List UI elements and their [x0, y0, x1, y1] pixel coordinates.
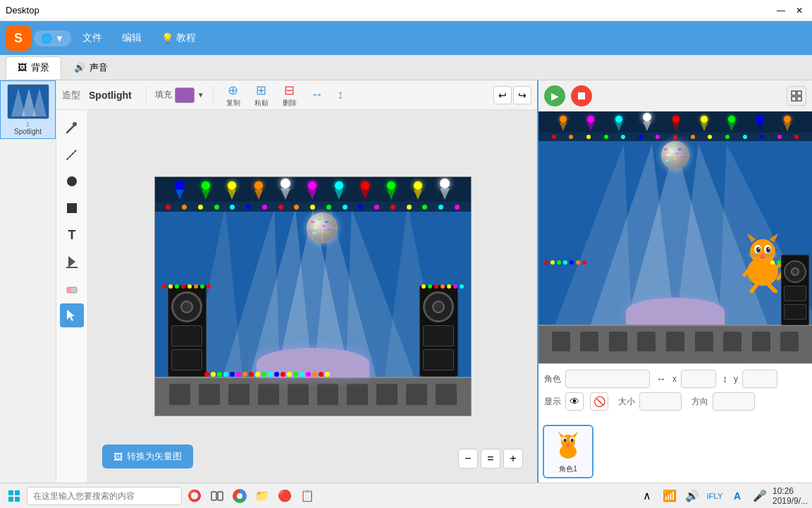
taskbar-cortana[interactable]: ⭕: [185, 486, 204, 506]
dir-input[interactable]: [713, 392, 755, 411]
minimize-button[interactable]: —: [774, 4, 788, 18]
select-tool[interactable]: [60, 303, 84, 327]
window-controls: — ✕: [774, 4, 806, 18]
convert-icon: 🖼: [113, 452, 123, 462]
flip-h-action[interactable]: ↔: [307, 86, 328, 104]
close-button[interactable]: ✕: [792, 4, 806, 18]
main-canvas[interactable]: 🖼 转换为矢量图 − = +: [88, 110, 537, 483]
svg-rect-89: [211, 492, 216, 500]
svg-rect-48: [675, 152, 679, 155]
lightbulb-icon: 💡: [161, 32, 173, 44]
svg-marker-79: [572, 432, 578, 437]
file-menu[interactable]: 文件: [74, 28, 111, 49]
taskbar-speaker[interactable]: 🔊: [682, 486, 702, 506]
svg-rect-88: [15, 497, 20, 502]
stage-expand-button[interactable]: [787, 86, 806, 106]
stop-button[interactable]: [571, 85, 592, 107]
tab-backdrop[interactable]: 🖼 背景: [6, 56, 61, 79]
svg-point-84: [567, 444, 570, 446]
ime-icon: iFLY: [707, 492, 723, 500]
zoom-in-button[interactable]: +: [503, 449, 523, 468]
svg-line-5: [67, 150, 77, 159]
svg-marker-2: [32, 88, 47, 116]
fill-arrow-icon[interactable]: ▼: [197, 91, 204, 99]
svg-point-64: [766, 247, 770, 253]
svg-rect-26: [318, 218, 321, 220]
redo-button[interactable]: ↪: [513, 86, 531, 104]
clock-time: 10:26: [773, 486, 808, 496]
taskbar-expand[interactable]: ∧: [637, 486, 657, 506]
sprite-list: 角色1: [539, 421, 812, 483]
costume-name-label-1: Spotlight: [4, 128, 52, 135]
clock-date: 2019/9/...: [773, 496, 808, 506]
paste-action[interactable]: ⊞ 粘贴: [250, 81, 273, 109]
windows-start-button[interactable]: [4, 486, 24, 506]
right-floor: [539, 325, 812, 363]
taskbar-input-a[interactable]: A: [727, 486, 747, 506]
rect-tool[interactable]: [60, 196, 84, 220]
svg-rect-29: [322, 225, 326, 227]
edit-menu[interactable]: 编辑: [113, 28, 150, 49]
taskbar-ime[interactable]: iFLY: [705, 486, 725, 506]
display-row: 显示 👁 🚫 大小 方向: [544, 392, 806, 411]
svg-rect-35: [797, 91, 801, 95]
taskbar-chrome[interactable]: [230, 486, 250, 506]
delete-action[interactable]: ⊟ 删除: [278, 81, 301, 109]
copy-action[interactable]: ⊕ 复制: [222, 81, 245, 109]
svg-point-65: [758, 248, 760, 249]
svg-rect-44: [664, 148, 668, 150]
costume-number-1: 1: [4, 121, 52, 128]
tutorial-button[interactable]: 💡 教程: [153, 28, 204, 49]
costume-item-1[interactable]: 1 Spotlight: [0, 80, 56, 139]
svg-point-4: [73, 122, 77, 126]
zoom-controls: − = +: [458, 449, 523, 468]
tutorial-label: 教程: [176, 32, 196, 44]
eraser-tool[interactable]: [60, 277, 84, 301]
taskbar-media[interactable]: 🔴: [275, 486, 295, 506]
fill-tool[interactable]: [60, 250, 84, 274]
taskbar-network[interactable]: 📶: [660, 486, 679, 506]
y-input[interactable]: [742, 370, 777, 388]
brush-tool[interactable]: [60, 116, 84, 140]
window-title: Desktop: [6, 5, 774, 16]
zoom-fit-button[interactable]: =: [481, 449, 500, 468]
taskbar-app[interactable]: 📋: [297, 486, 317, 506]
tab-sound[interactable]: 🔊 声音: [63, 57, 119, 78]
zoom-out-button[interactable]: −: [458, 449, 478, 468]
svg-rect-46: [678, 148, 682, 150]
y-coord-label: y: [734, 374, 738, 384]
sprite-item-cat[interactable]: 角色1: [543, 425, 593, 478]
stage-floor: [155, 377, 471, 416]
svg-rect-25: [311, 221, 314, 223]
drawing-section: T: [56, 110, 537, 483]
language-menu[interactable]: 🌐 ▼: [34, 30, 71, 47]
scratch-logo[interactable]: S: [6, 25, 31, 51]
flip-v-action[interactable]: ↕: [333, 86, 348, 104]
taskbar-mic[interactable]: 🎤: [750, 486, 770, 506]
size-input[interactable]: [639, 392, 682, 411]
toolbar-separator-1: [146, 87, 147, 104]
svg-point-82: [564, 439, 567, 442]
taskbar-taskview[interactable]: [207, 486, 227, 506]
x-input[interactable]: [681, 370, 716, 388]
taskbar-explorer[interactable]: 📁: [252, 486, 272, 506]
content-wrapper: 🖼 背景 🔊 声音: [0, 55, 812, 483]
green-flag-button[interactable]: ▶: [544, 85, 565, 107]
show-visible-button[interactable]: 👁: [565, 392, 584, 411]
text-tool[interactable]: T: [60, 223, 84, 247]
fill-control: 填充 ▼: [155, 87, 204, 103]
pencil-tool[interactable]: [60, 143, 84, 167]
flip-h-icon: ↔: [311, 87, 324, 102]
name-input[interactable]: [565, 370, 650, 388]
svg-rect-50: [674, 158, 677, 160]
taskbar-search-input[interactable]: [27, 487, 182, 505]
right-speaker: [781, 255, 809, 325]
svg-marker-12: [67, 310, 75, 321]
show-hidden-button[interactable]: 🚫: [590, 392, 608, 411]
toolbar-separator-2: [213, 87, 214, 104]
undo-button[interactable]: ↩: [493, 86, 512, 104]
circle-tool[interactable]: [60, 169, 84, 193]
right-mini-lights: [539, 133, 812, 141]
fill-color-swatch[interactable]: [175, 87, 195, 103]
convert-to-vector-button[interactable]: 🖼 转换为矢量图: [102, 445, 193, 468]
